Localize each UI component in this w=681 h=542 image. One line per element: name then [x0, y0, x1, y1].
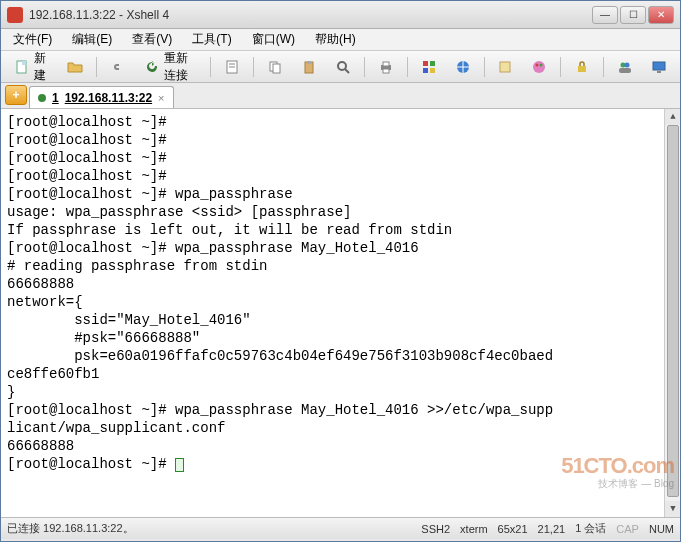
status-sessions: 1 会话: [575, 521, 606, 536]
folder-open-icon: [67, 59, 83, 75]
terminal-line: }: [7, 383, 674, 401]
app2-button[interactable]: [448, 55, 478, 79]
terminal-line: licant/wpa_supplicant.conf: [7, 419, 674, 437]
terminal-line: [root@localhost ~]#: [7, 455, 674, 473]
svg-point-9: [338, 62, 346, 70]
separator: [560, 57, 561, 77]
toolbar: 新建 重新连接: [1, 51, 680, 83]
svg-point-20: [533, 61, 545, 73]
svg-rect-1: [22, 61, 26, 65]
svg-rect-27: [653, 62, 665, 70]
scroll-icon: [497, 59, 513, 75]
close-button[interactable]: ✕: [648, 6, 674, 24]
link-button[interactable]: [103, 55, 133, 79]
print-button[interactable]: [371, 55, 401, 79]
separator: [484, 57, 485, 77]
tab-close-button[interactable]: ×: [158, 92, 164, 104]
color-button[interactable]: [524, 55, 554, 79]
monitor-button[interactable]: [644, 55, 674, 79]
svg-rect-28: [657, 71, 661, 73]
paste-icon: [301, 59, 317, 75]
terminal-line: psk=e60a0196ffafc0c59763c4b04ef649e756f3…: [7, 347, 674, 365]
separator: [407, 57, 408, 77]
terminal-line: 66668888: [7, 437, 674, 455]
search-button[interactable]: [328, 55, 358, 79]
app1-button[interactable]: [414, 55, 444, 79]
menu-tools[interactable]: 工具(T): [186, 29, 237, 50]
globe-icon: [455, 59, 471, 75]
palette-icon: [531, 59, 547, 75]
menu-edit[interactable]: 编辑(E): [66, 29, 118, 50]
separator: [364, 57, 365, 77]
terminal-line: ce8ffe60fb1: [7, 365, 674, 383]
menu-file[interactable]: 文件(F): [7, 29, 58, 50]
paste-button[interactable]: [294, 55, 324, 79]
grid-icon: [421, 59, 437, 75]
copy-button[interactable]: [260, 55, 290, 79]
link-icon: [110, 59, 126, 75]
terminal-line: [root@localhost ~]#: [7, 131, 674, 149]
window-title: 192.168.11.3:22 - Xshell 4: [29, 8, 592, 22]
window-buttons: — ☐ ✕: [592, 6, 674, 24]
terminal[interactable]: [root@localhost ~]#[root@localhost ~]#[r…: [1, 109, 680, 517]
terminal-line: ssid="May_Hotel_4016": [7, 311, 674, 329]
properties-button[interactable]: [217, 55, 247, 79]
statusbar: 已连接 192.168.11.3:22。 SSH2 xterm 65x21 21…: [1, 517, 680, 539]
terminal-line: If passphrase is left out, it will be re…: [7, 221, 674, 239]
svg-line-10: [345, 69, 349, 73]
monitor-icon: [651, 59, 667, 75]
terminal-line: network={: [7, 293, 674, 311]
new-file-icon: [14, 59, 30, 75]
status-cursor-pos: 21,21: [538, 523, 566, 535]
search-icon: [335, 59, 351, 75]
svg-point-21: [536, 63, 539, 66]
watermark-tagline: 技术博客 — Blog: [561, 475, 674, 493]
svg-rect-19: [500, 62, 510, 72]
scrollbar[interactable]: ▲ ▼: [664, 109, 680, 517]
add-tab-button[interactable]: +: [5, 85, 27, 105]
separator: [253, 57, 254, 77]
status-protocol: SSH2: [421, 523, 450, 535]
reconnect-button[interactable]: 重新连接: [137, 55, 205, 79]
terminal-line: # reading passphrase from stdin: [7, 257, 674, 275]
scroll-up-button[interactable]: ▲: [665, 109, 680, 125]
svg-rect-14: [423, 61, 428, 66]
status-connection: 已连接 192.168.11.3:22。: [7, 521, 134, 536]
script-button[interactable]: [490, 55, 520, 79]
users-button[interactable]: [610, 55, 640, 79]
terminal-line: [root@localhost ~]#: [7, 113, 674, 131]
document-icon: [224, 59, 240, 75]
maximize-button[interactable]: ☐: [620, 6, 646, 24]
new-button[interactable]: 新建: [7, 55, 56, 79]
refresh-icon: [144, 59, 160, 75]
menu-window[interactable]: 窗口(W): [246, 29, 301, 50]
status-num: NUM: [649, 523, 674, 535]
terminal-line: [root@localhost ~]#: [7, 149, 674, 167]
terminal-line: 66668888: [7, 275, 674, 293]
svg-point-25: [625, 62, 630, 67]
tab-label: 192.168.11.3:22: [65, 91, 152, 105]
separator: [603, 57, 604, 77]
lock-icon: [574, 59, 590, 75]
lock-button[interactable]: [567, 55, 597, 79]
menu-view[interactable]: 查看(V): [126, 29, 178, 50]
plus-icon: +: [12, 88, 19, 102]
cursor: [175, 458, 184, 472]
svg-rect-8: [307, 61, 311, 64]
terminal-line: [root@localhost ~]# wpa_passphrase May_H…: [7, 239, 674, 257]
minimize-button[interactable]: —: [592, 6, 618, 24]
terminal-line: #psk="66668888": [7, 329, 674, 347]
svg-rect-17: [430, 68, 435, 73]
svg-point-22: [540, 63, 543, 66]
svg-rect-16: [423, 68, 428, 73]
separator: [210, 57, 211, 77]
scroll-thumb[interactable]: [667, 125, 679, 497]
new-label: 新建: [34, 50, 49, 84]
tab-session-1[interactable]: 1 192.168.11.3:22 ×: [29, 86, 174, 108]
scroll-down-button[interactable]: ▼: [665, 501, 680, 517]
app-icon: [7, 7, 23, 23]
svg-rect-23: [578, 66, 586, 72]
printer-icon: [378, 59, 394, 75]
menu-help[interactable]: 帮助(H): [309, 29, 362, 50]
open-button[interactable]: [60, 55, 90, 79]
